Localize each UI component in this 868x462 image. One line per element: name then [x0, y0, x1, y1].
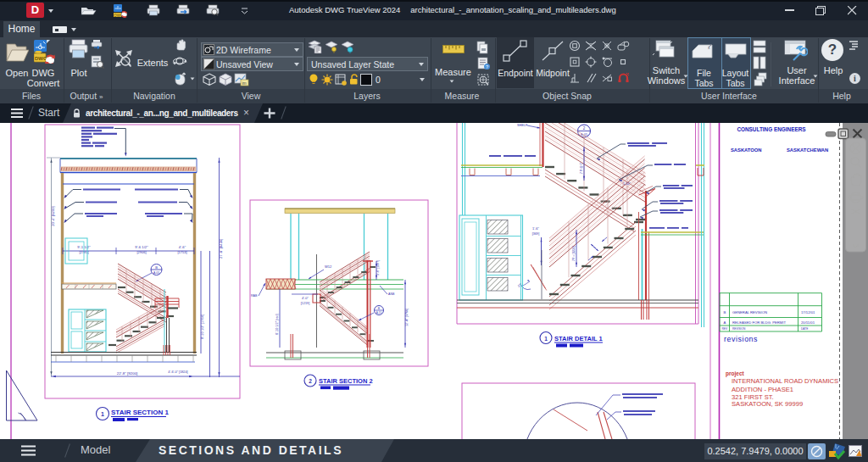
svg-text:SASKATOON, SK 99999: SASKATOON, SK 99999: [732, 400, 803, 408]
svg-text:7R = [1334]: 7R = [1334]: [572, 246, 576, 261]
svg-text:4'-6": 4'-6": [179, 245, 186, 249]
svg-text:GENERAL REVISION: GENERAL REVISION: [732, 310, 767, 314]
svg-text:9'-6 1/2": 9'-6 1/2": [135, 245, 148, 249]
svg-text:[1753]: [1753]: [177, 250, 186, 254]
svg-text:A: A: [723, 320, 726, 325]
svg-text:4'-0": 4'-0": [302, 296, 309, 300]
svg-text:27'-8" [8436]: 27'-8" [8436]: [219, 239, 223, 259]
svg-text:[369]: [369]: [532, 232, 539, 236]
svg-text:2: 2: [309, 378, 312, 384]
svg-text:SASKATCHEWAN: SASKATCHEWAN: [787, 148, 828, 153]
svg-text:CONSULTING ENGINEERS: CONSULTING ENGINEERS: [737, 126, 806, 132]
svg-text:4'-6'-0" [1824]: 4'-6'-0" [1824]: [168, 370, 187, 374]
svg-text:7 R @ 7": 7 R @ 7": [580, 162, 583, 174]
svg-text:B: B: [155, 265, 158, 270]
svg-text:1'-6": 1'-6": [532, 226, 540, 231]
svg-text:A-05: A-05: [153, 271, 159, 275]
svg-text:project: project: [726, 370, 745, 377]
svg-text:20'-4" [6200]: 20'-4" [6200]: [51, 206, 55, 225]
svg-text:RAB: RAB: [251, 294, 258, 298]
svg-text:8'-10 1/2" [1764]: 8'-10 1/2" [1764]: [200, 314, 204, 339]
svg-text:1-1/2": 1-1/2": [623, 182, 632, 186]
svg-text:INTERNATIONAL ROAD DYNAMICS: INTERNATIONAL ROAD DYNAMICS: [732, 377, 838, 385]
svg-text:B: B: [723, 310, 726, 314]
svg-text:RELEASED FOR BLDG. PERMIT: RELEASED FOR BLDG. PERMIT: [732, 320, 787, 325]
svg-text:W12: W12: [325, 264, 332, 269]
svg-text:12'-4" [3766]: 12'-4" [3766]: [405, 309, 409, 326]
svg-text:?: ?: [486, 64, 488, 70]
svg-text:[2906]: [2906]: [136, 250, 146, 254]
svg-text:22'-8" [9200]: 22'-8" [9200]: [117, 371, 138, 376]
svg-text:[1219]: [1219]: [301, 302, 310, 305]
svg-text:17/12/01: 17/12/01: [801, 310, 815, 314]
svg-text:DWG: DWG: [35, 56, 47, 61]
svg-text:SHELF: SHELF: [517, 124, 528, 127]
svg-text:STAIR SECTION 1: STAIR SECTION 1: [111, 409, 169, 416]
svg-text:1: 1: [544, 336, 548, 342]
svg-text:A-15: A-15: [376, 311, 382, 314]
svg-text:0: 0: [376, 75, 381, 85]
svg-text:1: 1: [101, 411, 104, 417]
svg-text:20/11/01: 20/11/01: [801, 320, 815, 325]
svg-text:8'-10 1/2" [red]: 8'-10 1/2" [red]: [275, 314, 279, 335]
svg-text:STAIR DETAIL 1: STAIR DETAIL 1: [554, 335, 603, 342]
svg-text:SASKATOON: SASKATOON: [731, 148, 762, 153]
svg-text:REV: REV: [722, 327, 728, 331]
svg-text:REVISION: REVISION: [732, 327, 746, 331]
svg-text:im: im: [242, 81, 247, 86]
svg-text:3'-6" [1067]: 3'-6" [1067]: [376, 260, 380, 276]
svg-text:ADDITION - PHASE1: ADDITION - PHASE1: [732, 386, 793, 393]
svg-text:STAIR SECTION 2: STAIR SECTION 2: [319, 377, 373, 385]
svg-text:DATE: DATE: [801, 327, 808, 331]
svg-text:ANB: ANB: [388, 292, 395, 296]
svg-text:revisions: revisions: [724, 335, 758, 343]
